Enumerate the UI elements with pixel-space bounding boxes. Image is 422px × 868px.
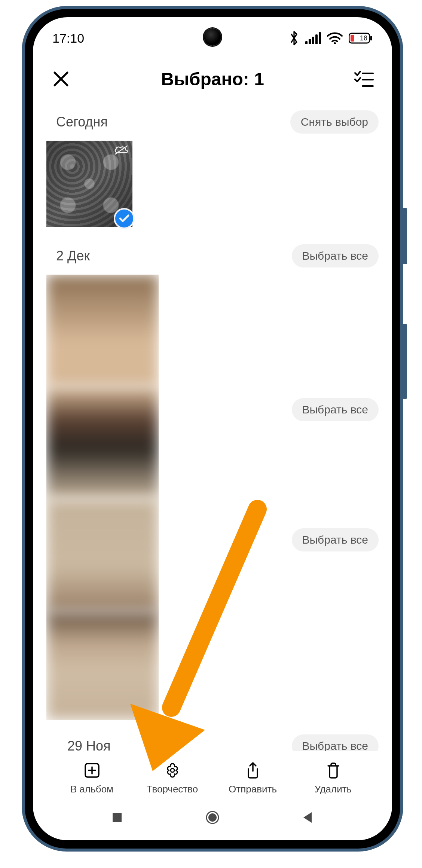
select-all-button[interactable] — [351, 66, 377, 92]
action-to-album[interactable]: В альбом — [52, 760, 132, 795]
svg-point-5 — [334, 42, 336, 44]
action-delete[interactable]: Удалить — [293, 760, 373, 795]
action-label: Творчество — [147, 783, 198, 795]
select-all-pill[interactable]: Выбрать все — [292, 528, 379, 551]
svg-rect-4 — [319, 32, 321, 44]
cloud-sync-off-icon — [114, 144, 129, 157]
close-icon — [52, 70, 70, 88]
battery-icon: 18 — [349, 32, 373, 44]
thumb-row-today — [33, 141, 392, 227]
app-header: Выбрано: 1 — [33, 55, 392, 103]
system-nav-bar — [33, 804, 392, 840]
selected-check-icon — [114, 208, 135, 229]
select-all-pill[interactable]: Выбрать все — [292, 244, 379, 268]
date-row-float-1: Выбрать все — [292, 398, 392, 421]
photo-thumbnail-selected[interactable] — [46, 141, 132, 227]
bluetooth-icon — [289, 31, 299, 46]
nav-home-icon[interactable] — [204, 809, 221, 827]
action-share[interactable]: Отправить — [212, 760, 293, 795]
gallery-content[interactable]: Сегодня Снять выбор 2 Дек — [33, 103, 392, 756]
status-bar: 17:10 18 — [33, 17, 392, 55]
date-row-float-2: Выбрать все — [292, 528, 392, 551]
svg-point-19 — [208, 813, 217, 822]
front-camera — [204, 28, 221, 46]
svg-rect-3 — [315, 34, 318, 44]
action-creativity[interactable]: Творчество — [132, 760, 212, 795]
svg-rect-1 — [309, 39, 311, 44]
signal-icon — [305, 32, 321, 44]
nav-recent-icon[interactable] — [110, 811, 124, 826]
add-to-album-icon — [83, 760, 101, 780]
deselect-pill[interactable]: Снять выбор — [290, 110, 379, 134]
action-label: В альбом — [70, 783, 113, 795]
screen: 17:10 18 — [33, 17, 392, 840]
svg-rect-2 — [312, 37, 314, 44]
phone-frame: 17:10 18 — [25, 9, 400, 849]
select-all-icon — [354, 70, 374, 88]
svg-rect-0 — [305, 41, 308, 44]
phone-frame-outer: 17:10 18 — [22, 6, 403, 852]
header-title: Выбрано: 1 — [82, 69, 343, 89]
blurred-thumbnails[interactable] — [46, 275, 159, 720]
wifi-icon — [327, 32, 343, 44]
share-icon — [244, 760, 262, 780]
svg-point-16 — [171, 768, 174, 772]
date-row-2dec: 2 Дек Выбрать все — [33, 237, 392, 275]
date-row-today: Сегодня Снять выбор — [33, 103, 392, 141]
select-all-pill[interactable]: Выбрать все — [292, 398, 379, 421]
svg-rect-8 — [351, 35, 354, 42]
date-label: Сегодня — [56, 114, 108, 130]
status-right: 18 — [289, 31, 373, 46]
svg-line-12 — [115, 146, 127, 154]
status-time: 17:10 — [52, 31, 84, 46]
close-button[interactable] — [48, 66, 74, 92]
svg-rect-7 — [370, 36, 372, 40]
date-label: 2 Дек — [56, 248, 90, 264]
action-label: Отправить — [229, 783, 277, 795]
action-label: Удалить — [315, 783, 352, 795]
battery-text: 18 — [360, 34, 367, 42]
nav-back-icon[interactable] — [301, 811, 315, 826]
volume-button — [403, 208, 407, 264]
trash-icon — [324, 760, 342, 780]
svg-rect-17 — [113, 813, 122, 822]
flower-icon — [163, 760, 181, 780]
power-button — [403, 324, 407, 399]
bottom-action-bar: В альбом Творчество Отправить — [33, 751, 392, 804]
